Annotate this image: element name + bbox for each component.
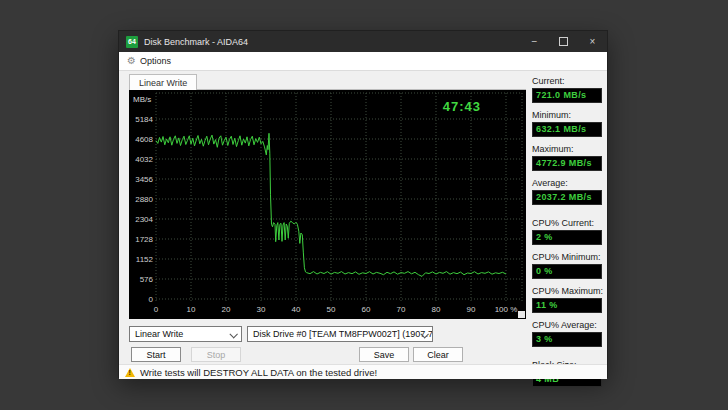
tab-label: Linear Write <box>139 78 187 88</box>
stat-value: 721.0 MB/s <box>532 88 602 103</box>
svg-text:47:43: 47:43 <box>443 99 481 114</box>
chart-scroll-grip[interactable] <box>518 311 525 318</box>
svg-text:2304: 2304 <box>135 215 153 224</box>
chart-svg: 0576115217282304288034564032460851840102… <box>129 90 526 320</box>
stat-value: 3 % <box>532 332 602 347</box>
start-button[interactable]: Start <box>131 347 181 362</box>
svg-text:1152: 1152 <box>136 255 154 264</box>
chevron-down-icon <box>229 330 237 338</box>
svg-text:4032: 4032 <box>135 155 153 164</box>
disk-drive-select[interactable]: Disk Drive #0 [TEAM TM8FPW002T] (1907.7 … <box>247 326 433 342</box>
stat-cpu-maximum: CPU% Maximum: 11 % <box>532 286 602 313</box>
stat-value: 4772.9 MB/s <box>532 156 602 171</box>
stat-value: 0 % <box>532 264 602 279</box>
stat-value: 2037.2 MB/s <box>532 190 602 205</box>
save-button[interactable]: Save <box>359 347 409 362</box>
svg-text:30: 30 <box>257 305 266 314</box>
menu-options-label: Options <box>140 56 171 66</box>
minimize-button[interactable]: − <box>520 31 549 52</box>
benchmark-chart: 0576115217282304288034564032460851840102… <box>129 89 526 319</box>
svg-text:100 %: 100 % <box>495 305 518 314</box>
stat-value: 11 % <box>532 298 602 313</box>
stat-maximum: Maximum: 4772.9 MB/s <box>532 144 602 171</box>
svg-text:2880: 2880 <box>135 195 153 204</box>
stat-cpu-minimum: CPU% Minimum: 0 % <box>532 252 602 279</box>
svg-text:60: 60 <box>362 305 371 314</box>
stat-cpu-current: CPU% Current: 2 % <box>532 218 602 245</box>
svg-text:50: 50 <box>327 305 336 314</box>
stat-label: Maximum: <box>532 144 602 154</box>
stats-panel: Current: 721.0 MB/s Minimum: 632.1 MB/s … <box>532 76 602 387</box>
menu-options[interactable]: ⚙ Options <box>119 52 179 70</box>
stat-value: 2 % <box>532 230 602 245</box>
svg-text:70: 70 <box>397 305 406 314</box>
window-title: Disk Benchmark - AIDA64 <box>144 37 520 47</box>
titlebar[interactable]: 64 Disk Benchmark - AIDA64 − × <box>119 31 607 52</box>
stat-current: Current: 721.0 MB/s <box>532 76 602 103</box>
svg-text:576: 576 <box>140 275 154 284</box>
stat-label: CPU% Minimum: <box>532 252 602 262</box>
tab-linear-write[interactable]: Linear Write <box>129 74 197 90</box>
warning-text: Write tests will DESTROY ALL DATA on the… <box>140 367 377 378</box>
warning-bar: ! Write tests will DESTROY ALL DATA on t… <box>119 364 607 379</box>
stat-label: Average: <box>532 178 602 188</box>
disk-drive-value: Disk Drive #0 [TEAM TM8FPW002T] (1907.7 … <box>253 329 433 339</box>
svg-text:80: 80 <box>432 305 441 314</box>
svg-text:90: 90 <box>467 305 476 314</box>
close-button[interactable]: × <box>578 31 607 52</box>
stat-value: 632.1 MB/s <box>532 122 602 137</box>
svg-text:3456: 3456 <box>135 175 153 184</box>
desktop: { "window": { "title": "Disk Benchmark -… <box>0 0 728 410</box>
svg-text:10: 10 <box>187 305 196 314</box>
svg-text:4608: 4608 <box>135 135 153 144</box>
stat-cpu-average: CPU% Average: 3 % <box>532 320 602 347</box>
disk-benchmark-window: 64 Disk Benchmark - AIDA64 − × ⚙ Options… <box>118 30 608 378</box>
aida64-logo-icon: 64 <box>126 36 138 48</box>
svg-text:40: 40 <box>292 305 301 314</box>
warning-icon: ! <box>125 368 135 377</box>
stat-label: Minimum: <box>532 110 602 120</box>
maximize-button[interactable] <box>549 31 578 52</box>
maximize-icon <box>559 37 568 46</box>
svg-text:0: 0 <box>149 295 154 304</box>
stat-label: CPU% Average: <box>532 320 602 330</box>
test-type-value: Linear Write <box>135 329 183 339</box>
stat-label: CPU% Maximum: <box>532 286 602 296</box>
stat-average: Average: 2037.2 MB/s <box>532 178 602 205</box>
menubar: ⚙ Options <box>119 52 607 71</box>
stat-label: Current: <box>532 76 602 86</box>
svg-text:20: 20 <box>222 305 231 314</box>
svg-text:MB/s: MB/s <box>133 95 151 104</box>
svg-text:0: 0 <box>154 305 159 314</box>
clear-button[interactable]: Clear <box>413 347 463 362</box>
stop-button: Stop <box>191 347 241 362</box>
stat-minimum: Minimum: 632.1 MB/s <box>532 110 602 137</box>
stat-label: CPU% Current: <box>532 218 602 228</box>
options-icon: ⚙ <box>127 56 136 66</box>
svg-text:5184: 5184 <box>135 115 153 124</box>
svg-text:1728: 1728 <box>135 235 153 244</box>
test-type-select[interactable]: Linear Write <box>129 326 242 342</box>
